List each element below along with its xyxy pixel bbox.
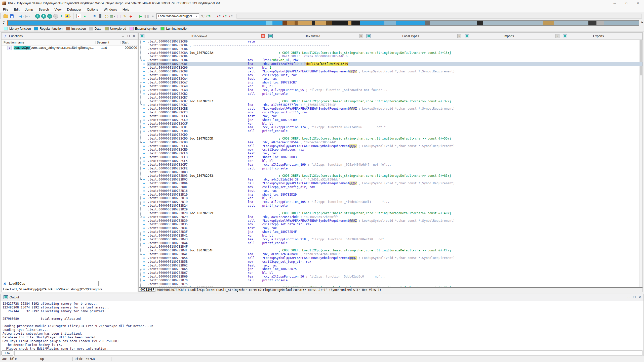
asm-line[interactable]: .text:0000000180782D56 call ?LookupSymbo… — [139, 256, 642, 260]
disassembly-view[interactable]: .text:0000000180782C89 retn .text:000000… — [139, 40, 642, 287]
debugger-select[interactable]: Local Windows debugger∨ — [156, 13, 199, 19]
menu-file[interactable]: File — [0, 8, 11, 11]
breakpoint-icon[interactable]: ❲❳ — [116, 13, 122, 19]
asm-line[interactable]: .text:0000000180782C89 retn — [139, 40, 642, 43]
menu-view[interactable]: View — [52, 8, 64, 11]
idc-input[interactable] — [14, 350, 642, 356]
edit-icon[interactable]: ✎ — [122, 13, 128, 19]
jump-icon[interactable]: ⬆ — [59, 13, 64, 19]
idc-button[interactable]: IDC — [2, 350, 13, 356]
asm-line[interactable]: .text:0000000180782D03 — [139, 170, 642, 174]
close-icon[interactable]: ✕ — [639, 296, 641, 299]
asm-line[interactable]: .text:0000000180782D0A call ?LookupSymbo… — [139, 182, 642, 185]
forward-icon[interactable]: ▶▼ — [25, 13, 30, 19]
tab-local-types[interactable]: Local Types✕ — [365, 33, 463, 39]
asm-line[interactable]: .text:0000000180782CD1 lea rcx, aIl2cppF… — [139, 125, 642, 129]
asm-line[interactable]: .text:0000000180782D4F lea rdx, aCdd07cb… — [139, 252, 642, 256]
asm-line[interactable]: .text:0000000180782CB7 lea rdx, a17e5618… — [139, 103, 642, 107]
asm-line[interactable]: .text:0000000180782CDD — [139, 133, 642, 137]
tab-close-icon[interactable]: ✕ — [457, 34, 461, 38]
asm-line[interactable]: .text:0000000180782CBE call ?LookupSymbo… — [139, 107, 642, 111]
navband-toggle-icon[interactable]: ▲ — [76, 13, 82, 19]
tab-ida-view-a[interactable]: IDA View-A✕ — [139, 33, 267, 39]
back-icon[interactable]: ◀▼ — [19, 13, 24, 19]
asm-line[interactable]: .text:0000000180782CCA test rax, rax — [139, 114, 642, 118]
asm-line[interactable]: .text:0000000180782D70 call printf_conso… — [139, 279, 642, 282]
hash-ref-icon[interactable]: # — [35, 13, 40, 19]
asm-line[interactable]: .text:0000000180782D75 loc_180782D75: ; … — [139, 286, 642, 287]
asm-line[interactable]: .text:0000000180782D5B mov cs:il2cpp_set… — [139, 260, 642, 264]
stop-sign-icon[interactable]: ◆ — [128, 13, 134, 19]
asm-line[interactable]: .text:0000000180782D67 xor bl, bl — [139, 271, 642, 275]
asm-line[interactable]: .text:0000000180782D24 call printf_conso… — [139, 204, 642, 208]
list-3-icon[interactable]: ≡ — [228, 13, 233, 19]
grid-icon[interactable]: ▦▼ — [110, 13, 115, 19]
asm-line[interactable]: .text:0000000180782C96 mov bl, 1 — [139, 66, 642, 70]
asm-line[interactable]: .text:0000000180782D65 jnz short loc_180… — [139, 267, 642, 271]
asm-line[interactable]: .text:0000000180782CB2 call printf_conso… — [139, 92, 642, 96]
list-2-icon[interactable]: ≡ — [222, 13, 227, 19]
asm-line[interactable]: .text:0000000180782D41 xor bl, bl — [139, 234, 642, 238]
refresh-debug-icon[interactable]: C↻ — [206, 13, 212, 19]
tab-close-icon[interactable]: ✕ — [359, 34, 363, 38]
asm-line[interactable]: .text:0000000180782CF3 jnz short loc_180… — [139, 155, 642, 159]
output-caption[interactable]: Output ▭❐✕ — [1, 294, 643, 301]
navigation-band[interactable] — [7, 20, 639, 26]
float-icon[interactable]: ❐ — [127, 34, 130, 38]
trace-icon[interactable]: ▊ — [98, 13, 103, 19]
asm-line[interactable]: .text:0000000180782D43 lea rcx, aIl2cppF… — [139, 238, 642, 241]
asm-line[interactable]: .text:0000000180782D0F mov cs:il2cpp_set… — [139, 185, 642, 189]
stop-icon[interactable]: ■ — [150, 13, 155, 19]
asm-line[interactable]: .text:0000000180782C8F lea rdx, aDcf172a… — [139, 62, 642, 66]
float-icon[interactable]: ❐ — [633, 296, 636, 299]
play-icon[interactable]: ▶ — [138, 13, 143, 19]
asm-line[interactable]: .text:0000000180782D03 loc_180782D03: ; … — [139, 174, 642, 178]
list-1-icon[interactable]: ≡ — [216, 13, 221, 19]
asm-line[interactable]: .text:0000000180782D4F — [139, 245, 642, 249]
asm-line[interactable]: .text:0000000180782D30 call ?LookupSymbo… — [139, 219, 642, 223]
asm-line[interactable]: .text:0000000180782D29 — [139, 208, 642, 211]
asm-line[interactable]: .text:0000000180782D3F jnz short loc_180… — [139, 230, 642, 234]
ring-icon[interactable]: ◯ — [104, 13, 109, 19]
tab-imports[interactable]: Imports✕ — [463, 33, 561, 39]
save-icon[interactable] — [9, 13, 15, 19]
asm-line[interactable]: .text:0000000180782D16 test rax, rax — [139, 189, 642, 193]
menu-debugger[interactable]: Debugger — [64, 8, 84, 11]
asm-line[interactable]: .text:0000000180782CF7 lea rcx, aIl2cppF… — [139, 163, 642, 167]
asm-line[interactable]: .text:0000000180782CB7 — [139, 96, 642, 100]
asm-line[interactable]: .text:0000000180782CAB lea rcx, aIl2cppF… — [139, 88, 642, 92]
menu-options[interactable]: Options — [84, 8, 101, 11]
open-file-icon[interactable] — [3, 13, 9, 19]
text-ref-icon[interactable]: T — [41, 13, 46, 19]
asm-line[interactable]: .text:0000000180782CC3 mov cs:il2cpp_ini… — [139, 111, 642, 114]
asm-line[interactable]: .text:0000000180782C8A loc_180782C8A: ; … — [139, 51, 642, 55]
maximize-button[interactable]: □ — [621, 0, 632, 6]
asm-line[interactable]: .text:0000000180782C9D mov cs:il2cpp_ini… — [139, 73, 642, 77]
output-log[interactable]: 134217728 16384 8192 allocating memory f… — [1, 301, 643, 350]
pause-icon[interactable]: ❚❚ — [144, 13, 149, 19]
menu-jump[interactable]: Jump — [22, 8, 36, 11]
asm-line[interactable]: .text:0000000180782D03 lea rdx, a4c3d51d… — [139, 178, 642, 182]
menu-edit[interactable]: Edit — [11, 8, 22, 11]
asm-line[interactable]: .text:0000000180782CF0 test rax, rax — [139, 152, 642, 155]
asm-line[interactable]: .text:0000000180782D4F loc_180782D4F: ; … — [139, 249, 642, 252]
menu-windows[interactable]: Windows — [101, 8, 120, 11]
asm-line[interactable]: .text:0000000180782CB7 loc_180782CB7: ; … — [139, 100, 642, 103]
asm-line[interactable]: .text:0000000180782D29 lea rdx, aA916c28… — [139, 215, 642, 219]
asm-line[interactable]: .text:0000000180782C8A mov [rsp+28h+var_… — [139, 58, 642, 62]
asm-line[interactable]: .text:0000000180782D35 mov cs:il2cpp_set… — [139, 222, 642, 226]
asm-line[interactable]: .text:0000000180782C98 call ?LookupSymbo… — [139, 70, 642, 73]
asm-line[interactable]: .text:0000000180782D1D lea rcx, aIl2cppF… — [139, 200, 642, 204]
highlight-a-icon[interactable]: A▼ — [65, 13, 72, 19]
asm-line[interactable]: .text:0000000180782CE9 mov cs:il2cpp_shu… — [139, 148, 642, 152]
asm-line[interactable]: .text:0000000180782CF5 xor bl, bl — [139, 159, 642, 163]
asm-line[interactable]: .text:0000000180782CE4 call ?LookupSymbo… — [139, 144, 642, 148]
tab-close-icon[interactable]: ✕ — [555, 34, 559, 38]
asm-line[interactable]: .text:0000000180782CCD jnz short loc_180… — [139, 118, 642, 122]
asm-line[interactable]: .text:0000000180782CCF xor bl, bl — [139, 122, 642, 126]
asm-line[interactable]: .text:0000000180782CDD loc_180782CDD: ; … — [139, 137, 642, 141]
clear-filter-icon[interactable]: ✖ — [2, 282, 8, 286]
menu-search[interactable]: Search — [36, 8, 52, 11]
asm-line[interactable]: .text:0000000180782D29 loc_180782D29: ; … — [139, 211, 642, 215]
close-icon[interactable]: ✕ — [133, 34, 135, 38]
